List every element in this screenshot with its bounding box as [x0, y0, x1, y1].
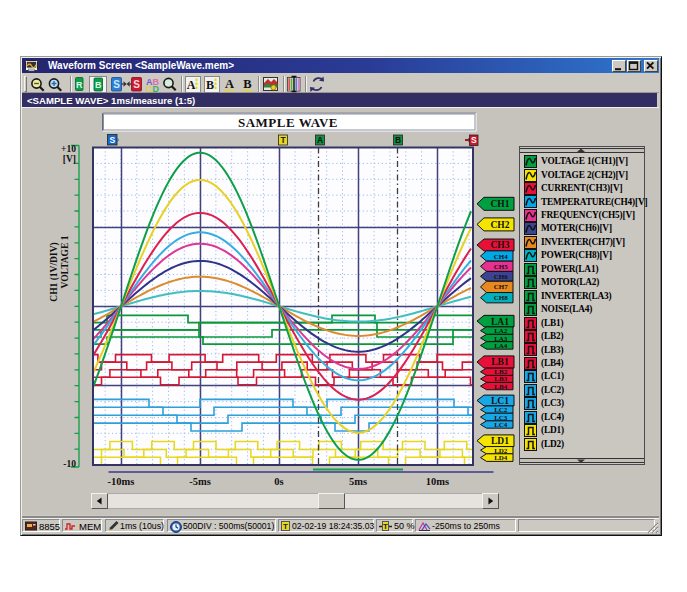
svg-text:CH4: CH4 [494, 253, 509, 261]
svg-text:B: B [206, 78, 214, 92]
svg-text:CH8: CH8 [494, 294, 509, 302]
svg-text:T: T [383, 522, 388, 531]
svg-text:LD1: LD1 [491, 436, 509, 446]
svg-text:CH1 (1V/DIV): CH1 (1V/DIV) [49, 242, 60, 301]
svg-text:CH7: CH7 [494, 283, 509, 291]
svg-text:-5ms: -5ms [189, 476, 211, 487]
svg-text:LA1: LA1 [491, 317, 509, 327]
svg-text:-10ms: -10ms [108, 476, 135, 487]
svg-text:B: B [243, 77, 251, 91]
svg-text:T: T [283, 522, 288, 531]
svg-text:LC1: LC1 [491, 396, 509, 406]
svg-text:SAMPLE WAVE: SAMPLE WAVE [238, 115, 338, 130]
svg-text:[V]: [V] [63, 154, 76, 164]
svg-text:CH3: CH3 [491, 240, 510, 250]
svg-text:LB1: LB1 [491, 357, 509, 367]
svg-text:0s: 0s [274, 476, 283, 487]
svg-text:LC4: LC4 [494, 421, 508, 429]
svg-text:10ms: 10ms [426, 476, 449, 487]
svg-text:VOLTAGE 1: VOLTAGE 1 [60, 235, 70, 288]
svg-text:5ms: 5ms [349, 476, 367, 487]
svg-text:CH6: CH6 [494, 273, 509, 281]
svg-text:S: S [109, 135, 115, 145]
svg-text:R: R [76, 80, 83, 90]
svg-text:LD4: LD4 [494, 454, 508, 462]
svg-text:B: B [95, 80, 102, 90]
svg-text:T: T [280, 135, 286, 145]
svg-text:CH5: CH5 [494, 263, 509, 271]
svg-text:-10: -10 [63, 459, 76, 469]
svg-text:CH1: CH1 [491, 199, 510, 209]
svg-text:B: B [395, 135, 401, 145]
svg-text:A: A [317, 135, 323, 145]
svg-text:CH2: CH2 [491, 220, 510, 230]
svg-text:LA4: LA4 [494, 342, 508, 350]
svg-text:LB4: LB4 [494, 383, 507, 391]
svg-text:S: S [471, 135, 477, 145]
svg-text:A: A [225, 77, 234, 91]
svg-text:S: S [113, 79, 120, 90]
svg-text:S: S [133, 79, 140, 90]
svg-text:+10: +10 [61, 144, 76, 154]
svg-text:A: A [187, 78, 196, 92]
